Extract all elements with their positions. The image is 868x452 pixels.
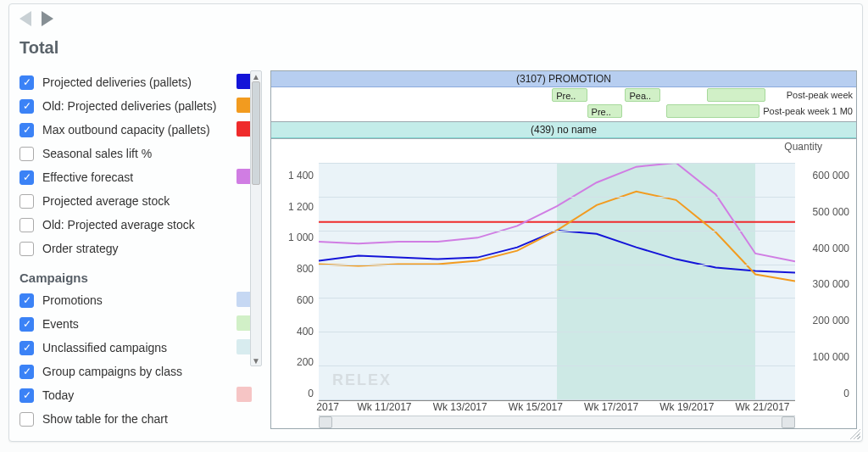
checkbox[interactable]: ✓ bbox=[19, 388, 34, 403]
scroll-down-icon[interactable]: ▼ bbox=[252, 355, 260, 366]
event-block[interactable] bbox=[707, 88, 765, 102]
event-block[interactable] bbox=[666, 104, 760, 118]
legend-label: Old: Projected average stock bbox=[42, 218, 247, 232]
y-left-tick: 1 000 bbox=[278, 232, 314, 243]
plot-background[interactable]: RELEX bbox=[319, 163, 795, 399]
promotion-band: (3107) PROMOTION Post-peak week Post-pea… bbox=[271, 71, 856, 122]
checkbox[interactable] bbox=[19, 218, 34, 232]
resize-handle-icon[interactable] bbox=[849, 427, 860, 439]
legend-label: Seasonal sales lift % bbox=[42, 147, 247, 160]
event-tail-label-1: Post-peak week bbox=[787, 88, 853, 102]
x-tick: Wk 19/2017 bbox=[659, 401, 714, 415]
campaign-item-events[interactable]: ✓Events bbox=[19, 312, 247, 336]
series-item-projected_avg_stock[interactable]: Projected average stock bbox=[19, 189, 247, 213]
checkbox[interactable] bbox=[19, 242, 34, 256]
y-left-tick: 1 200 bbox=[278, 201, 314, 213]
series-item-projected_deliveries[interactable]: ✓Projected deliveries (pallets) bbox=[19, 70, 247, 94]
y-right-tick: 500 000 bbox=[802, 206, 849, 218]
checkbox[interactable] bbox=[19, 412, 34, 427]
color-swatch bbox=[236, 387, 252, 402]
plot-area: Quantity 1 4001 2001 0008006004002000 60… bbox=[271, 139, 856, 428]
checkbox[interactable] bbox=[19, 147, 34, 161]
campaign-item-promotions[interactable]: ✓Promotions bbox=[19, 288, 247, 312]
x-tick: Wk 15/2017 bbox=[509, 401, 563, 415]
plot-svg bbox=[319, 163, 795, 399]
series-item-old_projected_deliveries[interactable]: ✓Old: Projected deliveries (pallets) bbox=[19, 94, 247, 118]
y-right-tick: 400 000 bbox=[802, 243, 849, 254]
y-right-tick: 0 bbox=[802, 388, 849, 399]
noname-band: (439) no name bbox=[271, 122, 856, 139]
promotion-band-title: (3107) PROMOTION bbox=[271, 71, 856, 87]
y-right-tick: 600 000 bbox=[802, 170, 849, 181]
nav-back-icon[interactable] bbox=[19, 11, 31, 26]
legend-label: Max outbound capacity (pallets) bbox=[42, 123, 247, 137]
campaign-item-unclassified[interactable]: ✓Unclassified campaigns bbox=[19, 336, 247, 360]
legend-scrollbar[interactable]: ▲ ▼ bbox=[250, 70, 262, 366]
chart-panel: Total ✓Projected deliveries (pallets)✓Ol… bbox=[8, 3, 863, 442]
event-block[interactable]: Pre.. bbox=[552, 88, 587, 102]
checkbox[interactable]: ✓ bbox=[19, 123, 34, 137]
chart-area: (3107) PROMOTION Post-peak week Post-pea… bbox=[270, 70, 857, 429]
legend-label: Group campaigns by class bbox=[42, 365, 247, 378]
legend-label: Events bbox=[42, 317, 247, 331]
legend-label: Projected average stock bbox=[42, 194, 247, 208]
series-line bbox=[319, 163, 795, 261]
x-tick: Wk 21/2017 bbox=[735, 401, 789, 415]
checkbox[interactable]: ✓ bbox=[19, 293, 34, 308]
y-left-tick: 0 bbox=[278, 388, 314, 399]
y-right-tick: 300 000 bbox=[802, 278, 849, 290]
checkbox[interactable]: ✓ bbox=[19, 365, 34, 379]
legend-label: Show table for the chart bbox=[42, 412, 247, 426]
legend-label: Unclassified campaigns bbox=[42, 341, 247, 354]
nav-forward-icon[interactable] bbox=[42, 11, 53, 26]
nav-arrows bbox=[19, 11, 53, 26]
y-right-axis: 600 000500 000400 000300 000200 000100 0… bbox=[802, 170, 849, 399]
page-title: Total bbox=[19, 38, 58, 58]
y-right-title: Quantity bbox=[784, 141, 822, 153]
event-block[interactable]: Pea.. bbox=[625, 88, 659, 102]
series-line bbox=[319, 231, 795, 273]
y-left-tick: 400 bbox=[278, 326, 314, 338]
noname-band-title: (439) no name bbox=[271, 122, 856, 138]
event-block[interactable]: Pre.. bbox=[587, 104, 622, 118]
x-tick: Wk 11/2017 bbox=[357, 401, 411, 415]
checkbox[interactable]: ✓ bbox=[19, 170, 34, 185]
legend-label: Promotions bbox=[42, 293, 247, 307]
scroll-up-icon[interactable]: ▲ bbox=[252, 71, 260, 81]
series-item-effective_forecast[interactable]: ✓Effective forecast bbox=[19, 165, 247, 189]
hscroll-right-cap[interactable] bbox=[782, 416, 795, 428]
y-left-tick: 1 400 bbox=[278, 170, 314, 181]
legend-label: Projected deliveries (pallets) bbox=[42, 75, 247, 89]
campaigns-header: Campaigns bbox=[19, 271, 247, 285]
legend-label: Effective forecast bbox=[42, 170, 247, 184]
checkbox[interactable]: ✓ bbox=[19, 317, 34, 332]
y-right-tick: 200 000 bbox=[802, 315, 849, 326]
scroll-thumb[interactable] bbox=[252, 81, 260, 185]
legend-label: Old: Projected deliveries (pallets) bbox=[42, 99, 247, 113]
checkbox[interactable] bbox=[19, 194, 34, 209]
legend: ✓Projected deliveries (pallets)✓Old: Pro… bbox=[19, 70, 247, 431]
series-item-old_projected_avg_stock[interactable]: Old: Projected average stock bbox=[19, 213, 247, 237]
chart-hscroll[interactable] bbox=[319, 416, 795, 428]
legend-label: Today bbox=[42, 388, 247, 402]
y-right-tick: 100 000 bbox=[802, 351, 849, 363]
series-item-seasonal_sales_lift[interactable]: Seasonal sales lift % bbox=[19, 142, 247, 165]
campaign-item-show_table[interactable]: Show table for the chart bbox=[19, 407, 247, 431]
event-timeline: Post-peak week Post-peak week 1 M0 Pre..… bbox=[271, 87, 856, 121]
campaign-item-today[interactable]: ✓Today bbox=[19, 383, 247, 407]
y-left-tick: 200 bbox=[278, 356, 314, 368]
checkbox[interactable]: ✓ bbox=[19, 341, 34, 355]
event-tail-label-2: Post-peak week 1 M0 bbox=[763, 104, 853, 118]
x-tick: Wk 13/2017 bbox=[433, 401, 487, 415]
hscroll-left-cap[interactable] bbox=[319, 416, 332, 428]
y-left-axis: 1 4001 2001 0008006004002000 bbox=[278, 170, 314, 399]
checkbox[interactable]: ✓ bbox=[19, 75, 34, 90]
series-item-order_strategy[interactable]: Order strategy bbox=[19, 237, 247, 260]
x-tick: 2017 bbox=[316, 401, 339, 415]
y-left-tick: 800 bbox=[278, 263, 314, 275]
legend-label: Order strategy bbox=[42, 242, 247, 255]
campaign-item-group_by_class[interactable]: ✓Group campaigns by class bbox=[19, 360, 247, 383]
checkbox[interactable]: ✓ bbox=[19, 99, 34, 114]
x-tick: Wk 17/2017 bbox=[584, 401, 638, 415]
series-item-max_outbound_capacity[interactable]: ✓Max outbound capacity (pallets) bbox=[19, 118, 247, 142]
